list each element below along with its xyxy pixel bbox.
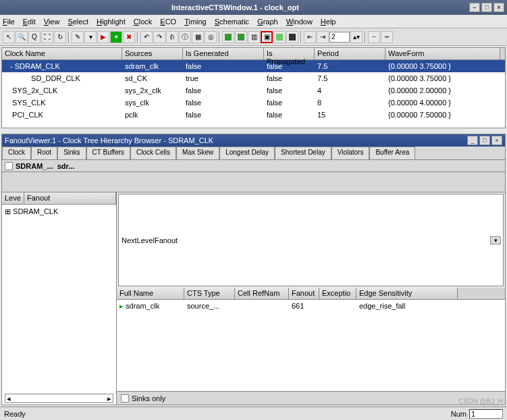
table-row[interactable]: ▸ sdram_clksource_...661edge_rise_fall [117, 300, 505, 312]
menu-timing[interactable]: Timing [184, 18, 207, 26]
tool-zoomin-icon[interactable]: 🔍 [16, 31, 28, 43]
menu-select[interactable]: Select [68, 18, 88, 26]
tool-grid-icon[interactable]: ▥ [248, 31, 260, 43]
cell: sys_clk [122, 98, 183, 107]
tab-clock-cells[interactable]: Clock Cells [130, 147, 176, 159]
cell: false [264, 74, 315, 83]
clock-col-2[interactable]: Is Generated [183, 48, 264, 59]
tool-indent-left-icon[interactable]: ⇤ [304, 31, 316, 43]
tool-view2-icon[interactable] [286, 31, 298, 43]
tool-tree-icon[interactable]: ⫛ [166, 31, 178, 43]
fanout-split: Leve Fanout ⊞ SDRAM_CLK ◂▸ NextLevelFano… [2, 192, 505, 404]
tool-target-icon[interactable]: ◎ [205, 31, 217, 43]
menu-clock[interactable]: Clock [134, 18, 153, 26]
maximize-button[interactable]: □ [481, 3, 492, 12]
fanout-min-button[interactable]: _ [467, 136, 478, 145]
menu-eco[interactable]: ECO [160, 18, 176, 26]
tool-dropdown-icon[interactable]: ▾ [84, 31, 97, 43]
tab-sinks[interactable]: Sinks [57, 147, 86, 159]
sinks-checkbox[interactable] [121, 394, 129, 402]
cell: 15 [315, 110, 385, 120]
table-row[interactable]: SD_DDR_CLKsd_CKtruefalse7.5{0.00000 3.75… [2, 72, 505, 84]
cell: 8 [315, 98, 385, 107]
tab-clock[interactable]: Clock [2, 147, 31, 159]
minimize-button[interactable]: – [469, 3, 480, 12]
info-col1: SDRAM_... [16, 162, 53, 170]
tool-stop-icon[interactable]: ✖ [123, 31, 135, 43]
tab-shortest-delay[interactable]: Shortest Delay [275, 147, 331, 159]
clock-col-0[interactable]: Clock Name [2, 48, 122, 59]
separator [137, 31, 138, 43]
tool-redo-icon[interactable]: ↷ [153, 31, 165, 43]
left-tree[interactable]: ⊞ SDRAM_CLK [2, 205, 116, 392]
info-checkbox[interactable] [5, 162, 13, 170]
fanout-titlebar: FanoutViewer.1 - Clock Tree Hierarchy Br… [2, 134, 505, 147]
cell: false [264, 110, 315, 120]
menu-view[interactable]: View [44, 18, 60, 26]
fanout-col-3[interactable]: Fanout [289, 288, 319, 299]
tree-node[interactable]: SDRAM_CLK [13, 207, 58, 215]
combo-value: NextLevelFanout [122, 236, 178, 244]
tool-chip2-icon[interactable] [235, 31, 247, 43]
menu-schematic[interactable]: Schematic [215, 18, 249, 26]
fanout-title: FanoutViewer.1 - Clock Tree Hierarchy Br… [5, 136, 466, 145]
tool-view1-icon[interactable] [273, 31, 286, 43]
tool-ruler2-icon[interactable]: ┅ [381, 31, 393, 43]
level-spinner[interactable]: 2 [329, 32, 350, 43]
tab-buffer-area[interactable]: Buffer Area [369, 147, 415, 159]
cell: false [264, 61, 315, 71]
clock-col-1[interactable]: Sources [122, 48, 183, 59]
tool-undo-icon[interactable]: ↶ [140, 31, 153, 43]
cell: PCI_CLK [2, 110, 122, 120]
tool-indent-right-icon[interactable]: ⇥ [317, 31, 329, 43]
fanout-col-0[interactable]: Full Name [117, 288, 184, 299]
left-hscroll[interactable]: ◂▸ [5, 394, 113, 403]
col-level[interactable]: Leve [2, 192, 24, 204]
tool-ruler1-icon[interactable]: ┄ [368, 31, 380, 43]
clock-col-5[interactable]: WaveForm [385, 48, 500, 59]
table-row[interactable]: - SDRAM_CLKsdram_clkfalsefalse7.5{0.0000… [2, 60, 505, 72]
tool-run-icon[interactable]: ▶ [97, 31, 109, 43]
tool-fit-icon[interactable]: ⛶ [41, 31, 53, 43]
tab-longest-delay[interactable]: Longest Delay [219, 147, 275, 159]
separator [68, 31, 70, 43]
menu-edit[interactable]: Edit [23, 18, 36, 26]
menu-help[interactable]: Help [321, 18, 336, 26]
fanout-col-5[interactable]: Edge Sensitivity [356, 288, 458, 299]
table-row[interactable]: SYS_CLKsys_clkfalsefalse8{0.00000 4.0000… [2, 97, 505, 109]
col-fanout[interactable]: Fanout [24, 192, 116, 204]
table-row[interactable]: SYS_2x_CLKsys_2x_clkfalsefalse4{0.00000 … [2, 84, 505, 97]
clock-table-header: Clock NameSourcesIs GeneratedIs Propagat… [2, 48, 505, 60]
tab-ct-buffers[interactable]: CT Buffers [86, 147, 130, 159]
fanout-col-2[interactable]: Cell RefNam [235, 288, 289, 299]
next-level-combo[interactable]: NextLevelFanout [118, 194, 504, 286]
tool-bug-icon[interactable]: ✶ [110, 31, 122, 43]
tab-violators[interactable]: Violators [331, 147, 370, 159]
cell: edge_rise_fall [356, 301, 458, 311]
clock-col-4[interactable]: Period [315, 48, 385, 59]
menu-graph[interactable]: Graph [257, 18, 278, 26]
tool-chip1-icon[interactable] [222, 31, 234, 43]
table-row[interactable]: PCI_CLKpclkfalsefalse15{0.00000 7.50000 … [2, 109, 505, 121]
spinner-up-down-icon[interactable]: ▴▾ [350, 31, 363, 43]
tab-root[interactable]: Root [31, 147, 57, 159]
tab-max-skew[interactable]: Max Skew [176, 147, 219, 159]
tool-zoomout-icon[interactable]: Q [28, 31, 41, 43]
tool-hierarchy-icon[interactable]: ▣ [261, 31, 273, 43]
fanout-col-1[interactable]: CTS Type [184, 288, 235, 299]
fanout-max-button[interactable]: □ [479, 136, 490, 145]
close-button[interactable]: × [493, 3, 504, 12]
menu-highlight[interactable]: Highlight [97, 18, 126, 26]
menu-file[interactable]: File [3, 18, 15, 26]
tool-refresh-icon[interactable]: ↻ [54, 31, 66, 43]
tool-layers-icon[interactable]: ▦ [192, 31, 204, 43]
fanout-close-button[interactable]: × [491, 136, 502, 145]
tool-pencil-icon[interactable]: ✎ [72, 31, 84, 43]
tool-cursor-icon[interactable]: ↖ [3, 31, 15, 43]
menu-window[interactable]: Window [286, 18, 313, 26]
clock-col-3[interactable]: Is Propagated [264, 48, 315, 59]
cell: {0.00000 4.00000 } [385, 98, 500, 107]
tool-info-icon[interactable]: ⓘ [179, 31, 191, 43]
tree-expand-icon[interactable]: ⊞ [5, 207, 13, 215]
fanout-col-4[interactable]: Exceptio [319, 288, 356, 299]
